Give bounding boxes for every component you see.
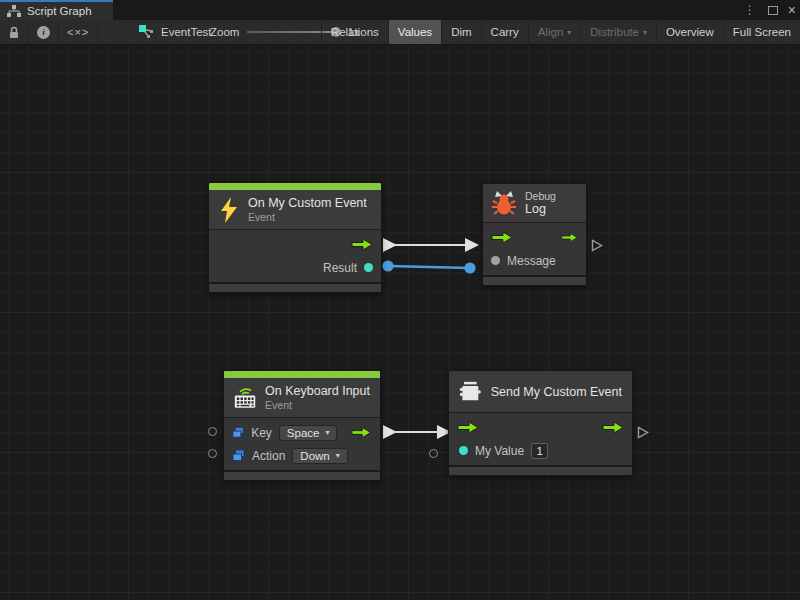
connection-control-flow-2[interactable] bbox=[383, 425, 451, 439]
chevron-down-icon: ▾ bbox=[336, 451, 340, 460]
port-label-result: Result bbox=[323, 261, 357, 275]
keyboard-icon bbox=[234, 384, 256, 411]
window-menu-icon[interactable]: ⋮ bbox=[742, 0, 758, 20]
node-title: Send My Custom Event bbox=[491, 385, 622, 399]
my-value-input[interactable]: 1 bbox=[531, 443, 548, 459]
distribute-dropdown[interactable]: Distribute ▾ bbox=[580, 20, 656, 44]
graph-name: EventTest bbox=[161, 26, 212, 38]
flow-output-port[interactable] bbox=[561, 231, 578, 244]
connection-control-flow-1[interactable] bbox=[383, 238, 479, 252]
node-footer bbox=[483, 275, 586, 285]
script-graph-icon bbox=[139, 25, 154, 39]
node-footer bbox=[449, 465, 632, 475]
close-icon[interactable]: × bbox=[788, 0, 796, 20]
flow-output-port[interactable] bbox=[351, 238, 373, 251]
chevron-down-icon: ▾ bbox=[643, 28, 647, 37]
value-output-port[interactable] bbox=[364, 263, 373, 272]
bug-icon bbox=[492, 190, 516, 216]
node-title: On Keyboard Input bbox=[265, 384, 370, 398]
fullscreen-button[interactable]: Full Screen bbox=[723, 20, 800, 44]
node-subtitle: Event bbox=[265, 399, 370, 411]
action-type-icon bbox=[232, 449, 245, 462]
flow-output-port[interactable] bbox=[602, 421, 624, 434]
event-accent-bar bbox=[209, 183, 381, 190]
lightning-icon bbox=[219, 197, 239, 223]
value-input-port[interactable] bbox=[491, 256, 500, 265]
connection-value-result-to-message[interactable] bbox=[382, 260, 475, 273]
node-footer bbox=[224, 470, 380, 480]
maximize-icon[interactable] bbox=[768, 6, 778, 15]
port-label-message: Message bbox=[507, 254, 556, 268]
flow-input-port[interactable] bbox=[457, 421, 479, 434]
value-input-port[interactable] bbox=[459, 446, 468, 455]
graph-canvas[interactable]: On My Custom Event Event Result bbox=[0, 45, 800, 600]
unconnected-input-port[interactable] bbox=[429, 449, 438, 458]
title-bar: Script Graph ⋮ × bbox=[0, 0, 800, 20]
key-dropdown[interactable]: Space ▾ bbox=[279, 425, 338, 441]
relations-button[interactable]: Relations bbox=[321, 20, 388, 44]
node-subtitle: Event bbox=[248, 211, 367, 223]
tab-title: Script Graph bbox=[27, 5, 92, 17]
unconnected-flow-indicator bbox=[637, 426, 649, 439]
action-dropdown[interactable]: Down ▾ bbox=[292, 448, 347, 464]
node-kicker: Debug bbox=[525, 190, 556, 202]
connections-layer bbox=[0, 45, 800, 600]
graph-hierarchy-icon bbox=[7, 5, 21, 17]
chevron-down-icon: ▾ bbox=[567, 28, 571, 37]
node-send-my-custom-event[interactable]: Send My Custom Event My Value 1 bbox=[448, 370, 633, 476]
carry-button[interactable]: Carry bbox=[481, 20, 528, 44]
node-title: Log bbox=[525, 202, 556, 216]
overview-button[interactable]: Overview bbox=[656, 20, 723, 44]
lock-icon bbox=[8, 26, 20, 39]
code-preview-button[interactable]: <×> bbox=[59, 20, 98, 44]
zoom-label: Zoom bbox=[210, 26, 239, 38]
node-on-keyboard-input[interactable]: On Keyboard Input Event Key Space ▾ bbox=[223, 370, 381, 481]
unconnected-input-port[interactable] bbox=[208, 427, 217, 436]
code-icon: <×> bbox=[67, 26, 89, 38]
unconnected-flow-indicator bbox=[591, 239, 603, 252]
align-dropdown[interactable]: Align ▾ bbox=[528, 20, 581, 44]
node-footer bbox=[209, 282, 381, 292]
dim-button[interactable]: Dim bbox=[441, 20, 480, 44]
custom-event-machine-icon bbox=[459, 379, 482, 404]
chevron-down-icon: ▾ bbox=[325, 428, 329, 437]
node-on-my-custom-event[interactable]: On My Custom Event Event Result bbox=[208, 182, 382, 293]
port-label-action: Action bbox=[252, 449, 285, 463]
unconnected-input-port[interactable] bbox=[208, 449, 217, 458]
node-debug-log[interactable]: Debug Log Message bbox=[482, 183, 587, 286]
graph-toolbar: i <×> EventTest Zoom 1x Relations Values… bbox=[0, 20, 800, 45]
flow-input-port[interactable] bbox=[491, 231, 513, 244]
lock-button[interactable] bbox=[0, 20, 29, 44]
info-button[interactable]: i bbox=[29, 20, 59, 44]
flow-output-port[interactable] bbox=[351, 426, 372, 439]
event-accent-bar bbox=[224, 371, 380, 378]
port-label-key: Key bbox=[251, 426, 272, 440]
keycode-type-icon bbox=[232, 426, 244, 439]
node-title: On My Custom Event bbox=[248, 196, 367, 210]
port-label-my-value: My Value bbox=[475, 444, 524, 458]
info-icon: i bbox=[37, 26, 50, 39]
values-button[interactable]: Values bbox=[388, 20, 441, 44]
tab-script-graph[interactable]: Script Graph bbox=[0, 0, 113, 20]
